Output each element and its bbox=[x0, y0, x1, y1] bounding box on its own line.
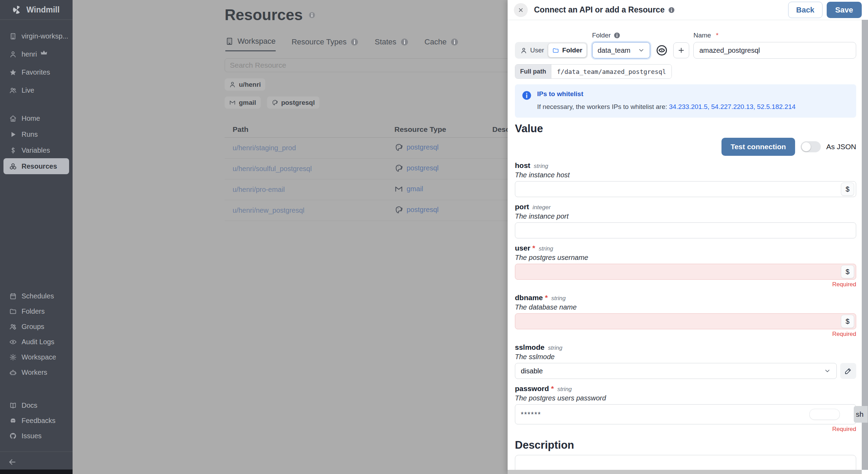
field-description: The sslmode bbox=[515, 353, 856, 361]
resource-type-link[interactable]: postgresql bbox=[394, 205, 439, 214]
sidebar-item-docs[interactable]: Docs bbox=[0, 398, 73, 413]
sidebar-item-audit-logs[interactable]: Audit Logs bbox=[0, 334, 73, 349]
sidebar-item-runs[interactable]: Runs bbox=[0, 126, 73, 142]
sidebar-item-live[interactable]: Live bbox=[0, 81, 73, 99]
insert-variable-button[interactable]: $ bbox=[841, 265, 854, 278]
resource-type-label: postgresql bbox=[407, 164, 439, 172]
sidebar-item-virgin-worksp[interactable]: virgin-worksp... bbox=[0, 27, 73, 45]
sidebar-item-issues[interactable]: Issues bbox=[0, 428, 73, 443]
tab-label: Resource Types bbox=[292, 37, 347, 46]
test-connection-button[interactable]: Test connection bbox=[721, 138, 795, 156]
sidebar-item-label: Issues bbox=[22, 432, 42, 440]
chip-label: u/henri bbox=[239, 81, 261, 88]
sidebar-collapse-button[interactable] bbox=[8, 457, 17, 468]
field-input-user[interactable]: $ bbox=[515, 264, 856, 280]
users-icon bbox=[9, 87, 17, 94]
form-field-password: password*stringThe postgres users passwo… bbox=[515, 384, 856, 433]
resource-type-label: postgresql bbox=[407, 143, 439, 151]
resource-type-link[interactable]: postgresql bbox=[394, 164, 439, 172]
drawer-body: User Folder Folder data_team bbox=[508, 32, 868, 474]
folder-label-row: Folder bbox=[592, 32, 650, 39]
owner-kind-user[interactable]: User bbox=[516, 43, 548, 57]
owner-kind-folder[interactable]: Folder bbox=[548, 43, 586, 57]
name-label-row: Name * bbox=[693, 32, 856, 39]
field-select-sslmode[interactable]: disable bbox=[515, 363, 837, 379]
edit-raw-button[interactable] bbox=[840, 363, 856, 379]
star-icon bbox=[9, 69, 17, 76]
name-input[interactable]: amazed_postgresql bbox=[693, 42, 856, 59]
save-button[interactable]: Save bbox=[827, 2, 862, 18]
sidebar-item-label: Docs bbox=[22, 401, 37, 409]
home-icon bbox=[9, 115, 17, 122]
field-name: user* bbox=[515, 244, 535, 252]
drawer-title: Connect an API or add a Resource bbox=[534, 5, 665, 15]
sidebar-item-variables[interactable]: Variables bbox=[0, 142, 73, 158]
postgres-icon bbox=[394, 205, 403, 214]
info-icon[interactable] bbox=[400, 38, 409, 46]
filter-chip-postgresql[interactable]: postgresql bbox=[267, 96, 319, 109]
insert-variable-button[interactable]: $ bbox=[841, 315, 854, 328]
sidebar-item-groups[interactable]: Groups bbox=[0, 319, 73, 334]
app-name: Windmill bbox=[26, 5, 60, 15]
filter-chip-u-henri[interactable]: u/henri bbox=[225, 78, 265, 91]
add-folder-button[interactable] bbox=[673, 42, 689, 58]
resource-path-link[interactable]: u/henri/staging_prod bbox=[233, 144, 296, 152]
as-json-toggle[interactable] bbox=[801, 141, 821, 152]
tab-states[interactable]: States bbox=[375, 37, 408, 51]
field-input-dbname[interactable]: $ bbox=[515, 313, 856, 329]
field-input-password[interactable]: ******sh bbox=[515, 404, 856, 424]
close-drawer-button[interactable] bbox=[514, 3, 528, 17]
info-icon[interactable] bbox=[668, 7, 675, 14]
ips-whitelist-prefix: If necessary, the workers IPs to whiteli… bbox=[537, 103, 669, 110]
user-icon bbox=[9, 51, 17, 58]
sidebar-nav-group: HomeRunsVariablesResources bbox=[0, 110, 73, 174]
password-reveal-pill[interactable] bbox=[809, 409, 840, 420]
name-field: Name * amazed_postgresql bbox=[693, 32, 856, 59]
resource-path-link[interactable]: u/henri/soulful_postgresql bbox=[233, 165, 312, 172]
tab-resource-types[interactable]: Resource Types bbox=[292, 37, 359, 51]
sidebar-item-workers[interactable]: Workers bbox=[0, 365, 73, 380]
tab-cache[interactable]: Cache bbox=[425, 37, 459, 51]
insert-variable-button[interactable]: $ bbox=[841, 183, 854, 196]
info-icon[interactable] bbox=[450, 38, 459, 46]
sidebar-item-resources[interactable]: Resources bbox=[3, 158, 69, 174]
required-error: Required bbox=[515, 331, 856, 338]
sidebar-item-schedules[interactable]: Schedules bbox=[0, 288, 73, 304]
sidebar-item-workspace[interactable]: Workspace bbox=[0, 349, 73, 365]
drawer-header: Connect an API or add a Resource Back Sa… bbox=[508, 0, 868, 20]
sidebar-item-label: Runs bbox=[22, 130, 38, 138]
explore-folder-button[interactable] bbox=[654, 43, 669, 58]
full-path-badge: Full path bbox=[515, 65, 551, 78]
vertical-scrollbar[interactable] bbox=[862, 20, 868, 470]
sidebar-item-favorites[interactable]: Favorites bbox=[0, 63, 73, 81]
required-star: * bbox=[545, 294, 548, 302]
dollar-icon bbox=[9, 147, 17, 154]
info-icon[interactable] bbox=[614, 32, 620, 39]
windmill-logo[interactable]: Windmill bbox=[0, 0, 73, 20]
info-icon[interactable] bbox=[350, 38, 359, 46]
back-button[interactable]: Back bbox=[788, 2, 823, 18]
field-label-row: user*string bbox=[515, 244, 856, 253]
folder-field: Folder data_team bbox=[592, 32, 650, 59]
filter-chip-gmail[interactable]: gmail bbox=[225, 96, 261, 109]
folder-select[interactable]: data_team bbox=[592, 42, 650, 59]
sidebar-item-label: Workers bbox=[22, 369, 47, 376]
sidebar-item-home[interactable]: Home bbox=[0, 110, 73, 126]
resource-path-link[interactable]: u/henri/pro-email bbox=[233, 186, 285, 193]
field-input-host[interactable]: $ bbox=[515, 181, 856, 197]
info-icon[interactable] bbox=[308, 11, 316, 19]
resource-type-link[interactable]: postgresql bbox=[394, 143, 439, 152]
resource-type-link[interactable]: gmail bbox=[394, 185, 423, 193]
resource-path-link[interactable]: u/henri/new_postgresql bbox=[233, 206, 304, 214]
horizontal-scrollbar[interactable] bbox=[508, 470, 862, 474]
book-icon bbox=[9, 402, 17, 409]
required-star: * bbox=[532, 244, 535, 252]
sidebar-item-feedbacks[interactable]: Feedbacks bbox=[0, 413, 73, 428]
field-name: password* bbox=[515, 384, 554, 392]
field-input-port[interactable] bbox=[515, 222, 856, 238]
field-name: dbname* bbox=[515, 294, 548, 302]
full-path-value: f/data_team/amazed_postgresql bbox=[551, 65, 671, 78]
tab-workspace[interactable]: Workspace bbox=[225, 37, 276, 51]
sidebar-item-henri[interactable]: henri bbox=[0, 45, 73, 63]
sidebar-item-folders[interactable]: Folders bbox=[0, 304, 73, 319]
